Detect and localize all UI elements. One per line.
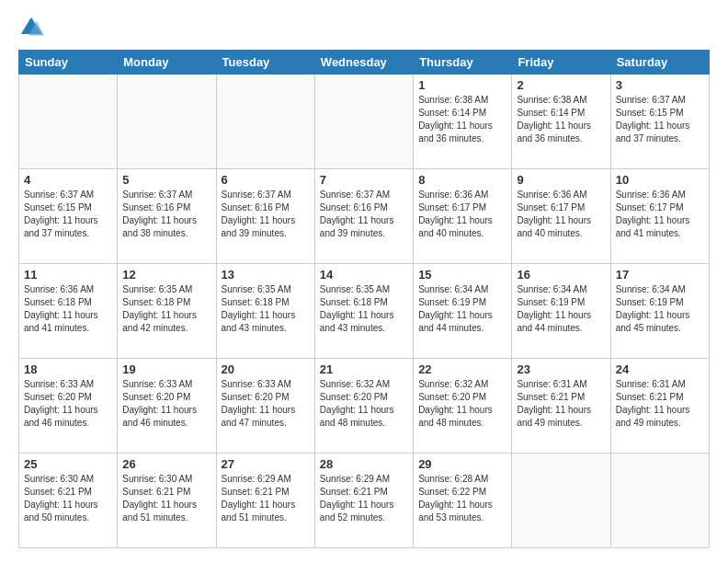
day-info: Sunrise: 6:32 AM Sunset: 6:20 PM Dayligh…: [418, 378, 506, 430]
calendar-cell: 13Sunrise: 6:35 AM Sunset: 6:18 PM Dayli…: [216, 264, 314, 359]
day-info: Sunrise: 6:36 AM Sunset: 6:17 PM Dayligh…: [517, 189, 605, 240]
day-number: 14: [320, 268, 408, 282]
calendar-table: SundayMondayTuesdayWednesdayThursdayFrid…: [18, 50, 710, 548]
weekday-header-friday: Friday: [512, 51, 610, 75]
day-number: 15: [418, 268, 506, 282]
calendar-cell: 26Sunrise: 6:30 AM Sunset: 6:21 PM Dayli…: [118, 454, 216, 548]
day-number: 17: [616, 268, 704, 282]
day-number: 28: [320, 457, 408, 471]
week-row-1: 4Sunrise: 6:37 AM Sunset: 6:15 PM Daylig…: [19, 169, 710, 264]
day-number: 22: [418, 362, 506, 376]
day-info: Sunrise: 6:28 AM Sunset: 6:22 PM Dayligh…: [418, 473, 506, 524]
day-number: 7: [320, 173, 408, 187]
day-info: Sunrise: 6:34 AM Sunset: 6:19 PM Dayligh…: [517, 283, 605, 335]
weekday-header-thursday: Thursday: [414, 51, 512, 75]
calendar-cell: 4Sunrise: 6:37 AM Sunset: 6:15 PM Daylig…: [19, 169, 118, 264]
day-info: Sunrise: 6:38 AM Sunset: 6:14 PM Dayligh…: [418, 94, 506, 145]
calendar-cell: 2Sunrise: 6:38 AM Sunset: 6:14 PM Daylig…: [512, 75, 610, 169]
day-number: 5: [122, 173, 210, 187]
calendar-cell: 29Sunrise: 6:28 AM Sunset: 6:22 PM Dayli…: [414, 454, 512, 548]
day-number: 1: [418, 78, 506, 92]
calendar-cell: 12Sunrise: 6:35 AM Sunset: 6:18 PM Dayli…: [118, 264, 216, 359]
day-info: Sunrise: 6:37 AM Sunset: 6:16 PM Dayligh…: [122, 189, 210, 240]
calendar-cell: 24Sunrise: 6:31 AM Sunset: 6:21 PM Dayli…: [610, 359, 709, 454]
day-info: Sunrise: 6:32 AM Sunset: 6:20 PM Dayligh…: [320, 378, 408, 430]
day-info: Sunrise: 6:30 AM Sunset: 6:21 PM Dayligh…: [24, 473, 112, 524]
calendar-cell: 10Sunrise: 6:36 AM Sunset: 6:17 PM Dayli…: [610, 169, 709, 264]
calendar-cell: 17Sunrise: 6:34 AM Sunset: 6:19 PM Dayli…: [610, 264, 709, 359]
day-info: Sunrise: 6:38 AM Sunset: 6:14 PM Dayligh…: [517, 94, 605, 145]
day-number: 11: [24, 268, 112, 282]
calendar-cell: 27Sunrise: 6:29 AM Sunset: 6:21 PM Dayli…: [216, 454, 314, 548]
day-number: 16: [517, 268, 605, 282]
weekday-header-monday: Monday: [118, 51, 216, 75]
calendar-cell: [512, 454, 610, 548]
calendar-cell: 14Sunrise: 6:35 AM Sunset: 6:18 PM Dayli…: [314, 264, 413, 359]
day-info: Sunrise: 6:30 AM Sunset: 6:21 PM Dayligh…: [122, 473, 210, 524]
calendar-cell: [19, 75, 118, 169]
day-info: Sunrise: 6:37 AM Sunset: 6:15 PM Dayligh…: [24, 189, 112, 240]
calendar-cell: 16Sunrise: 6:34 AM Sunset: 6:19 PM Dayli…: [512, 264, 610, 359]
day-number: 12: [122, 268, 210, 282]
calendar-cell: 1Sunrise: 6:38 AM Sunset: 6:14 PM Daylig…: [414, 75, 512, 169]
calendar-cell: 21Sunrise: 6:32 AM Sunset: 6:20 PM Dayli…: [314, 359, 413, 454]
day-number: 13: [222, 268, 310, 282]
page: SundayMondayTuesdayWednesdayThursdayFrid…: [0, 0, 728, 563]
day-info: Sunrise: 6:35 AM Sunset: 6:18 PM Dayligh…: [320, 283, 408, 335]
day-number: 29: [418, 457, 506, 471]
week-row-3: 18Sunrise: 6:33 AM Sunset: 6:20 PM Dayli…: [19, 359, 710, 454]
calendar-cell: 5Sunrise: 6:37 AM Sunset: 6:16 PM Daylig…: [118, 169, 216, 264]
calendar-cell: 11Sunrise: 6:36 AM Sunset: 6:18 PM Dayli…: [19, 264, 118, 359]
weekday-header-sunday: Sunday: [19, 51, 118, 75]
week-row-0: 1Sunrise: 6:38 AM Sunset: 6:14 PM Daylig…: [19, 75, 710, 169]
week-row-2: 11Sunrise: 6:36 AM Sunset: 6:18 PM Dayli…: [19, 264, 710, 359]
day-number: 2: [517, 78, 605, 92]
logo: [18, 15, 48, 40]
calendar-cell: 9Sunrise: 6:36 AM Sunset: 6:17 PM Daylig…: [512, 169, 610, 264]
day-info: Sunrise: 6:33 AM Sunset: 6:20 PM Dayligh…: [122, 378, 210, 430]
day-info: Sunrise: 6:33 AM Sunset: 6:20 PM Dayligh…: [222, 378, 310, 430]
calendar-cell: 8Sunrise: 6:36 AM Sunset: 6:17 PM Daylig…: [414, 169, 512, 264]
calendar-cell: 19Sunrise: 6:33 AM Sunset: 6:20 PM Dayli…: [118, 359, 216, 454]
weekday-header-tuesday: Tuesday: [216, 51, 314, 75]
week-row-4: 25Sunrise: 6:30 AM Sunset: 6:21 PM Dayli…: [19, 454, 710, 548]
day-number: 27: [222, 457, 310, 471]
day-info: Sunrise: 6:31 AM Sunset: 6:21 PM Dayligh…: [517, 378, 605, 430]
day-number: 19: [122, 362, 210, 376]
calendar-cell: [314, 75, 413, 169]
day-info: Sunrise: 6:34 AM Sunset: 6:19 PM Dayligh…: [418, 283, 506, 335]
day-info: Sunrise: 6:36 AM Sunset: 6:17 PM Dayligh…: [616, 189, 704, 240]
day-info: Sunrise: 6:37 AM Sunset: 6:16 PM Dayligh…: [320, 189, 408, 240]
calendar-cell: 20Sunrise: 6:33 AM Sunset: 6:20 PM Dayli…: [216, 359, 314, 454]
day-info: Sunrise: 6:37 AM Sunset: 6:16 PM Dayligh…: [222, 189, 310, 240]
day-number: 9: [517, 173, 605, 187]
calendar-cell: 3Sunrise: 6:37 AM Sunset: 6:15 PM Daylig…: [610, 75, 709, 169]
calendar-cell: [216, 75, 314, 169]
calendar-cell: 22Sunrise: 6:32 AM Sunset: 6:20 PM Dayli…: [414, 359, 512, 454]
day-number: 20: [222, 362, 310, 376]
calendar-cell: 28Sunrise: 6:29 AM Sunset: 6:21 PM Dayli…: [314, 454, 413, 548]
day-number: 3: [616, 78, 704, 92]
day-number: 6: [222, 173, 310, 187]
day-number: 26: [122, 457, 210, 471]
calendar-cell: 25Sunrise: 6:30 AM Sunset: 6:21 PM Dayli…: [19, 454, 118, 548]
day-number: 18: [24, 362, 112, 376]
calendar-cell: 6Sunrise: 6:37 AM Sunset: 6:16 PM Daylig…: [216, 169, 314, 264]
day-info: Sunrise: 6:35 AM Sunset: 6:18 PM Dayligh…: [222, 283, 310, 335]
day-number: 4: [24, 173, 112, 187]
calendar-cell: 15Sunrise: 6:34 AM Sunset: 6:19 PM Dayli…: [414, 264, 512, 359]
day-info: Sunrise: 6:37 AM Sunset: 6:15 PM Dayligh…: [616, 94, 704, 145]
day-number: 8: [418, 173, 506, 187]
day-info: Sunrise: 6:36 AM Sunset: 6:18 PM Dayligh…: [24, 283, 112, 335]
day-number: 24: [616, 362, 704, 376]
weekday-header-saturday: Saturday: [610, 51, 709, 75]
logo-icon: [18, 15, 44, 40]
day-number: 23: [517, 362, 605, 376]
day-number: 25: [24, 457, 112, 471]
calendar-cell: 18Sunrise: 6:33 AM Sunset: 6:20 PM Dayli…: [19, 359, 118, 454]
day-number: 21: [320, 362, 408, 376]
weekday-header-wednesday: Wednesday: [314, 51, 413, 75]
day-info: Sunrise: 6:29 AM Sunset: 6:21 PM Dayligh…: [222, 473, 310, 524]
day-info: Sunrise: 6:31 AM Sunset: 6:21 PM Dayligh…: [616, 378, 704, 430]
day-info: Sunrise: 6:29 AM Sunset: 6:21 PM Dayligh…: [320, 473, 408, 524]
